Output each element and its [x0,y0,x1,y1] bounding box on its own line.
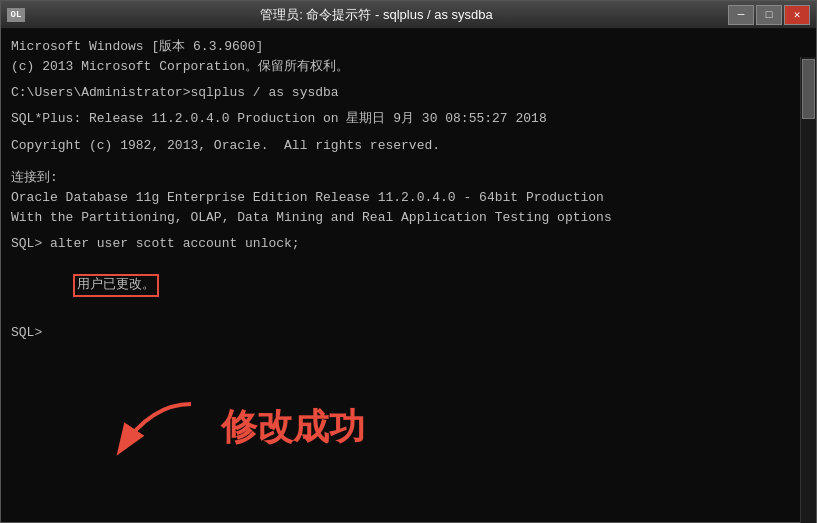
console-line-16: 用户已更改。 [11,254,806,316]
minimize-button[interactable]: ─ [728,5,754,25]
title-bar: OL 管理员: 命令提示符 - sqlplus / as sysdba ─ □ … [1,1,816,29]
success-annotation: 修改成功 [221,399,365,455]
scrollbar-thumb[interactable] [802,59,815,119]
console-line-1: Microsoft Windows [版本 6.3.9600] [11,37,806,57]
console-line-11: 连接到: [11,168,806,188]
close-button[interactable]: ✕ [784,5,810,25]
console-line-6: SQL*Plus: Release 11.2.0.4.0 Production … [11,109,806,129]
console-line-2: (c) 2013 Microsoft Corporation。保留所有权利。 [11,57,806,77]
maximize-button[interactable]: □ [756,5,782,25]
console-line-15: SQL> alter user scott account unlock; [11,234,806,254]
window-controls: ─ □ ✕ [728,5,810,25]
console-line-18: SQL> [11,323,806,343]
highlight-result: 用户已更改。 [73,274,159,296]
window-title: 管理员: 命令提示符 - sqlplus / as sysdba [25,6,728,24]
console-line-4: C:\Users\Administrator>sqlplus / as sysd… [11,83,806,103]
scrollbar-track[interactable] [800,57,816,523]
console-output[interactable]: Microsoft Windows [版本 6.3.9600] (c) 2013… [1,29,816,522]
arrow-annotation [101,394,211,471]
window-icon: OL [7,8,25,22]
console-line-8: Copyright (c) 1982, 2013, Oracle. All ri… [11,136,806,156]
console-line-12: Oracle Database 11g Enterprise Edition R… [11,188,806,208]
console-line-13: With the Partitioning, OLAP, Data Mining… [11,208,806,228]
cmd-window: OL 管理员: 命令提示符 - sqlplus / as sysdba ─ □ … [0,0,817,523]
